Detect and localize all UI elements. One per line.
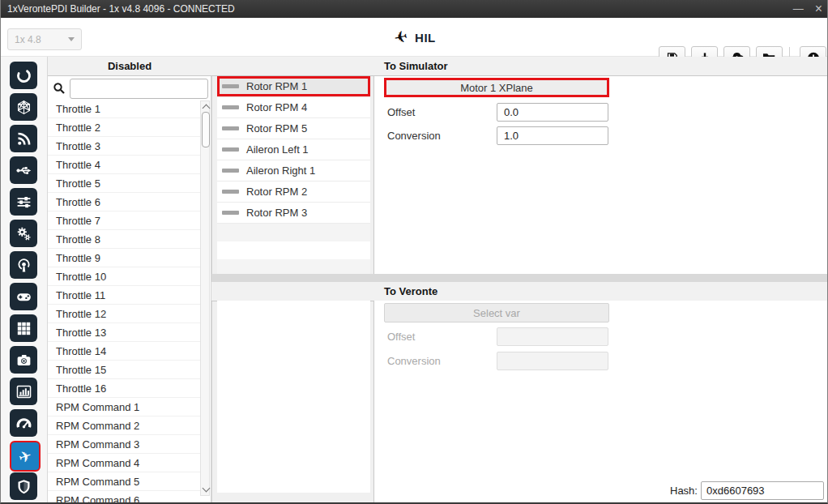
scroll-up-icon[interactable] — [203, 105, 211, 113]
to-veronte-title: To Veronte — [384, 285, 437, 297]
disabled-variables-list: Throttle 1Throttle 2Throttle 3Throttle 4… — [48, 100, 200, 502]
veronte-offset-input — [497, 327, 608, 346]
veronte-offset-label: Offset — [387, 331, 415, 343]
scrollbar-thumb[interactable] — [202, 112, 210, 147]
app-window: 1xVerontePDI Builder - 1x v4.8 4096 - CO… — [0, 0, 828, 504]
simulator-variables-list: Rotor RPM 1 Rotor RPM 4 Rotor RPM 5 Aile… — [217, 76, 370, 274]
sidebar-item-connections[interactable] — [10, 156, 37, 184]
disabled-variable-item[interactable]: Throttle 10 — [48, 267, 200, 286]
version-dropdown-label: 1x 4.8 — [15, 34, 41, 45]
disabled-variable-item[interactable]: Throttle 13 — [48, 323, 200, 342]
hash-input[interactable] — [701, 481, 824, 500]
disabled-variable-item[interactable]: Throttle 5 — [48, 174, 200, 193]
simulator-variable-item[interactable]: Aileron Right 1 — [217, 160, 370, 182]
simulator-offset-input[interactable] — [497, 103, 608, 122]
section-divider — [211, 274, 828, 282]
sidebar-item-stick[interactable] — [10, 283, 37, 310]
sidebar-item-sensors[interactable] — [10, 251, 37, 279]
sidebar-item-platform[interactable] — [10, 93, 37, 121]
airplane-icon: ✈ — [16, 447, 33, 466]
disabled-variable-item[interactable]: Throttle 6 — [48, 193, 200, 211]
simulator-variable-item[interactable]: Rotor RPM 1 — [217, 76, 370, 97]
drag-handle-icon[interactable] — [222, 169, 239, 173]
usb-icon — [15, 162, 32, 179]
sidebar-item-matrix[interactable] — [10, 314, 37, 342]
disabled-list-scrollbar[interactable] — [200, 100, 210, 496]
grid-icon — [15, 320, 32, 337]
sidebar-item-safety[interactable] — [10, 472, 37, 500]
search-input[interactable] — [70, 79, 208, 99]
disabled-panel-title: Disabled — [108, 60, 152, 72]
sidebar-item-telemetry-chart[interactable] — [10, 378, 37, 405]
sidebar-item-dashboard[interactable] — [10, 409, 37, 437]
sidebar-item-telemetry[interactable] — [10, 125, 37, 152]
drag-handle-icon[interactable] — [222, 147, 239, 152]
select-var-button: Select var — [384, 303, 609, 322]
disabled-variable-item[interactable]: Throttle 3 — [48, 137, 200, 156]
simulator-variable-item[interactable]: Rotor RPM 3 — [217, 203, 370, 224]
sidebar-item-hil[interactable]: ✈ — [10, 441, 41, 472]
podcast-icon — [15, 257, 32, 274]
simulator-variable-item[interactable]: Aileron Left 1 — [217, 139, 370, 160]
sidebar-item-automations[interactable] — [10, 220, 37, 247]
disabled-variable-item[interactable]: Throttle 9 — [48, 249, 200, 267]
disabled-variable-item[interactable]: Throttle 16 — [48, 379, 200, 398]
disabled-variable-item[interactable]: RPM Command 2 — [48, 416, 200, 435]
hash-label: Hash: — [670, 485, 698, 497]
disabled-variable-item[interactable]: Throttle 2 — [48, 118, 200, 137]
gauge-icon — [15, 415, 32, 432]
disabled-variable-item[interactable]: RPM Command 6 — [48, 491, 200, 502]
search-icon — [52, 81, 66, 96]
minimize-icon[interactable]: — — [793, 0, 804, 18]
disabled-variable-item[interactable]: Throttle 7 — [48, 211, 200, 230]
drag-handle-icon[interactable] — [222, 211, 239, 215]
simulator-variable-button[interactable]: Motor 1 XPlane — [384, 78, 609, 97]
disabled-variable-item[interactable]: RPM Command 3 — [48, 435, 200, 454]
ring-icon — [15, 67, 32, 84]
shield-icon — [15, 478, 32, 495]
scroll-down-icon[interactable] — [203, 485, 211, 493]
camera-icon — [15, 352, 32, 369]
simulator-variable-item[interactable]: Rotor RPM 5 — [217, 118, 370, 139]
simulator-conversion-input[interactable] — [497, 126, 608, 145]
drag-handle-icon[interactable] — [222, 190, 239, 194]
veronte-conversion-input — [497, 352, 608, 370]
disabled-variable-item[interactable]: Throttle 15 — [48, 361, 200, 379]
bar-chart-icon — [15, 383, 32, 400]
simulator-variable-item[interactable]: Rotor RPM 2 — [217, 182, 370, 203]
disabled-panel-header: Disabled — [48, 57, 211, 76]
gears-icon — [15, 225, 32, 242]
drag-handle-icon[interactable] — [222, 126, 239, 130]
simulator-variable-item[interactable]: Rotor RPM 4 — [217, 97, 370, 118]
disabled-variable-item[interactable]: RPM Command 4 — [48, 454, 200, 472]
toolbar: 1x 4.8 ✈ HIL — [1, 18, 828, 57]
sidebar-item-veronte[interactable] — [10, 62, 37, 89]
disabled-variable-item[interactable]: Throttle 14 — [48, 342, 200, 361]
window-title: 1xVerontePDI Builder - 1x v4.8 4096 - CO… — [7, 3, 235, 15]
drag-handle-icon[interactable] — [222, 105, 239, 109]
veronte-variables-list — [217, 301, 370, 493]
simulator-offset-label: Offset — [387, 106, 415, 118]
to-veronte-header: To Veronte — [211, 282, 828, 301]
sidebar-item-camera[interactable] — [10, 346, 37, 374]
to-simulator-title: To Simulator — [384, 60, 447, 72]
gamepad-icon — [15, 288, 32, 305]
disabled-variable-item[interactable]: Throttle 8 — [48, 230, 200, 249]
sliders-icon — [15, 194, 32, 211]
disabled-variable-item[interactable]: Throttle 4 — [48, 156, 200, 174]
rss-signal-icon — [15, 130, 32, 147]
drag-handle-icon[interactable] — [222, 84, 239, 88]
chevron-down-icon — [68, 37, 75, 41]
airplane-icon: ✈ — [392, 27, 409, 49]
to-simulator-header: To Simulator — [211, 57, 828, 76]
disabled-variable-item[interactable]: Throttle 12 — [48, 305, 200, 323]
mode-label: HIL — [415, 31, 436, 45]
disabled-variable-item[interactable]: RPM Command 1 — [48, 398, 200, 416]
disabled-variable-item[interactable]: Throttle 1 — [48, 100, 200, 118]
close-icon[interactable]: × — [815, 0, 822, 18]
sidebar-item-control[interactable] — [10, 188, 37, 216]
title-bar: 1xVerontePDI Builder - 1x v4.8 4096 - CO… — [1, 0, 828, 18]
disabled-variable-item[interactable]: RPM Command 5 — [48, 472, 200, 491]
simulator-conversion-label: Conversion — [387, 130, 441, 142]
disabled-variable-item[interactable]: Throttle 11 — [48, 286, 200, 305]
